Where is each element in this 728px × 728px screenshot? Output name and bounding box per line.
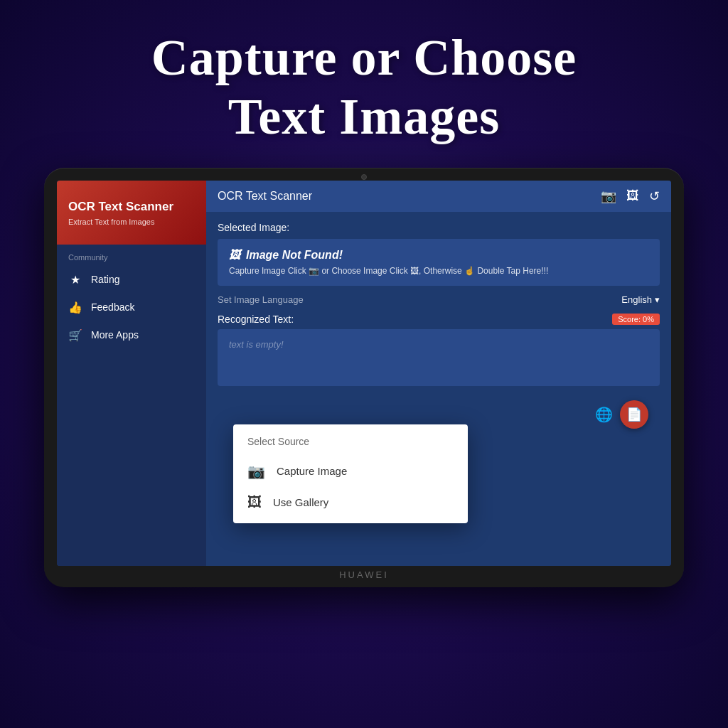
tablet-body: OCR Text Scanner Extract Text from Image… [44,168,684,587]
tablet-screen: OCR Text Scanner Extract Text from Image… [57,181,671,566]
dialog-camera-icon: 📷 [247,463,265,480]
sidebar-community-label: Community [57,245,206,266]
scan-fab-button[interactable]: 📄 [620,400,648,429]
dialog-item-gallery[interactable]: 🖼 Use Gallery [233,487,468,518]
image-not-found-title: 🖼 Image Not Found! [229,249,648,262]
text-placeholder: text is empty! [229,339,648,350]
sidebar-feedback-label: Feedback [91,301,134,313]
scan-icon: 📄 [626,407,642,422]
image-not-found-description: Capture Image Click 📷 or Choose Image Cl… [229,266,648,276]
image-icon: 🖼 [229,249,240,262]
dialog-item-capture[interactable]: 📷 Capture Image [233,456,468,487]
recognized-text-label: Recognized Text: [218,314,294,325]
capture-icon[interactable]: 📷 [601,188,616,204]
language-label: Set Image Language [218,294,304,305]
dialog-capture-label: Capture Image [277,465,347,477]
dialog-gallery-label: Use Gallery [273,496,328,508]
recognized-header: Recognized Text: Score: 0% [218,314,660,325]
tablet-camera [361,174,367,180]
sidebar-header: OCR Text Scanner Extract Text from Image… [57,181,206,245]
main-header: OCR Text Scanner 📷 🖼 ↺ [206,181,671,212]
gallery-icon[interactable]: 🖼 [626,188,639,203]
recognized-text-box[interactable]: text is empty! [218,329,660,386]
sidebar-moreapps-label: More Apps [91,329,139,341]
cart-icon: 🛒 [68,328,82,342]
tablet-brand: HUAWEI [339,569,389,580]
refresh-icon[interactable]: ↺ [649,188,660,204]
sidebar-app-subtitle: Extract Text from Images [68,218,195,226]
translate-icon[interactable]: 🌐 [595,406,613,423]
sidebar: OCR Text Scanner Extract Text from Image… [57,181,206,566]
sidebar-item-rating[interactable]: ★ Rating [57,266,206,294]
header-actions: 📷 🖼 ↺ [601,188,660,204]
dialog-gallery-icon: 🖼 [247,494,262,510]
thumbsup-icon: 👍 [68,301,82,314]
main-header-title: OCR Text Scanner [218,190,312,203]
hero-title: Capture or Choose Text Images [151,28,577,146]
language-value: English [621,294,652,305]
selected-image-section: Selected Image: 🖼 Image Not Found! Captu… [218,222,660,286]
chevron-down-icon: ▾ [655,294,660,305]
sidebar-app-name: OCR Text Scanner [68,199,195,215]
tablet-device: OCR Text Scanner Extract Text from Image… [44,168,684,587]
sidebar-item-feedback[interactable]: 👍 Feedback [57,294,206,321]
image-not-found-box[interactable]: 🖼 Image Not Found! Capture Image Click 📷… [218,239,660,286]
language-select[interactable]: English ▾ [621,294,660,305]
dialog-title: Select Source [233,436,468,456]
sidebar-rating-label: Rating [91,274,119,285]
language-row: Set Image Language English ▾ [218,294,660,305]
score-badge: Score: 0% [612,314,660,325]
star-icon: ★ [68,273,82,287]
selected-image-label: Selected Image: [218,222,660,233]
recognized-section: Recognized Text: Score: 0% text is empty… [218,314,660,386]
select-source-dialog: Select Source 📷 Capture Image 🖼 Use Gall… [233,424,468,523]
sidebar-item-more-apps[interactable]: 🛒 More Apps [57,321,206,349]
